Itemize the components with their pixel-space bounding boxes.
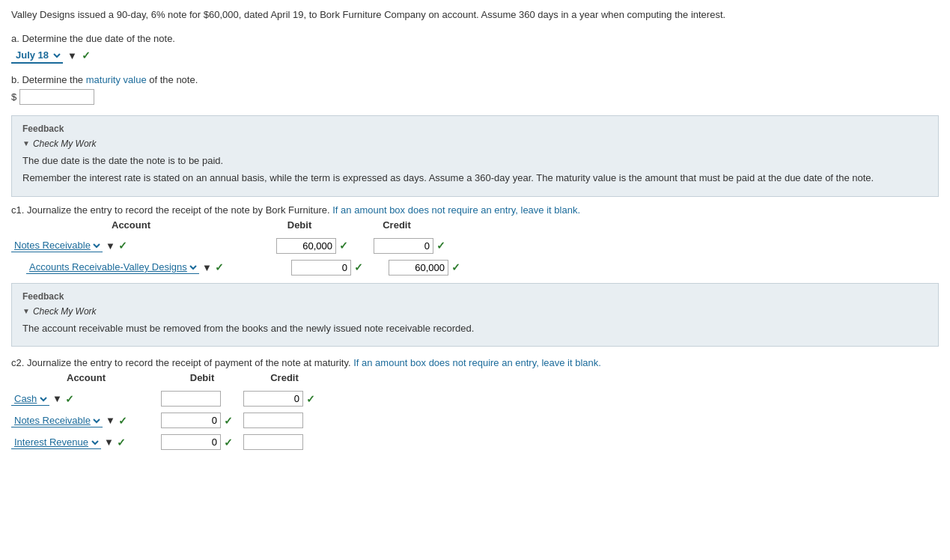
dropdown-arrow-icon: ▼ [67, 50, 77, 61]
c2-header-row: Account Debit Credit [11, 372, 939, 383]
c1-debit-input-2[interactable] [291, 260, 351, 276]
c1-header-row: Account Debit Credit [11, 219, 939, 231]
part-c2-instruction: c2. Journalize the entry to record the r… [11, 357, 939, 368]
c2-account-select-notes[interactable]: Notes Receivable [11, 414, 103, 427]
c2-debit-notes: ✓ [161, 413, 243, 428]
c2-account-notes: Notes Receivable ▼ ✓ [11, 414, 161, 427]
c1-credit-1: ✓ [348, 238, 445, 254]
c2-row-1: Cash ▼ ✓ ✓ [11, 391, 939, 407]
c2-header-credit: Credit [243, 372, 326, 383]
c2-header-debit: Debit [161, 372, 243, 383]
maturity-value-input[interactable] [19, 89, 94, 105]
part-a-label: a. Determine the due date of the note. [11, 33, 939, 44]
check-my-work-b: Check My Work [22, 139, 928, 149]
c2-credit-check-cash: ✓ [306, 393, 315, 405]
part-a-check: ✓ [82, 49, 91, 61]
c1-account-check-2: ✓ [215, 261, 224, 273]
c1-credit-check-1: ✓ [436, 240, 445, 252]
c2-account-check-cash: ✓ [65, 393, 74, 405]
c2-debit-check-interest: ✓ [224, 436, 233, 448]
part-b-label: b. Determine the maturity value of the n… [11, 74, 939, 85]
c2-debit-input-interest[interactable] [161, 434, 221, 450]
feedback-c1-title: Feedback [22, 291, 928, 302]
c2-credit-notes [243, 413, 326, 428]
feedback-b-line1: The due date is the date the note is to … [22, 153, 928, 168]
c1-header-credit: Credit [348, 219, 445, 231]
feedback-c1-box: Feedback Check My Work The account recei… [11, 283, 939, 347]
feedback-c1-line1: The account receivable must be removed f… [22, 321, 928, 336]
c1-header-account: Account [11, 219, 251, 231]
dollar-sign: $ [11, 91, 16, 103]
c2-row-3: Interest Revenue ▼ ✓ ✓ [11, 434, 939, 450]
c2-debit-cash [161, 391, 243, 407]
due-date-select[interactable]: July 18 [11, 48, 63, 64]
intro-text: Valley Designs issued a 90-day, 6% note … [11, 7, 939, 22]
c2-debit-input-cash[interactable] [161, 391, 221, 407]
c2-account-dropdown-icon-notes: ▼ [106, 415, 115, 426]
c1-credit-check-2: ✓ [451, 261, 460, 273]
c2-account-interest: Interest Revenue ▼ ✓ [11, 436, 161, 449]
c2-credit-interest [243, 434, 326, 450]
c2-credit-input-cash[interactable] [243, 391, 303, 407]
c2-account-select-interest[interactable]: Interest Revenue [11, 436, 101, 449]
feedback-b-line2: Remember the interest rate is stated on … [22, 171, 928, 186]
c2-account-dropdown-icon-cash: ▼ [52, 393, 62, 404]
c2-credit-input-interest[interactable] [243, 434, 303, 450]
c2-row-2: Notes Receivable ▼ ✓ ✓ [11, 413, 939, 428]
c2-credit-input-notes[interactable] [243, 413, 303, 428]
c1-account-select-1[interactable]: Notes Receivable [11, 239, 103, 252]
c1-account-1: Notes Receivable ▼ ✓ [11, 239, 251, 252]
c1-debit-input-1[interactable] [276, 238, 336, 254]
c2-debit-interest: ✓ [161, 434, 243, 450]
c2-account-select-cash[interactable]: Cash [11, 392, 49, 406]
c1-credit-input-1[interactable] [374, 238, 433, 254]
c1-account-dropdown-icon-1: ▼ [106, 240, 115, 252]
c1-header-debit: Debit [251, 219, 348, 231]
check-my-work-c1: Check My Work [22, 306, 928, 317]
feedback-b-title: Feedback [22, 124, 928, 134]
c1-account-dropdown-icon-2: ▼ [202, 262, 212, 273]
c1-debit-2: ✓ [266, 260, 363, 276]
c1-account-select-2[interactable]: Accounts Receivable-Valley Designs [26, 261, 199, 274]
c1-debit-check-2: ✓ [354, 261, 363, 273]
c1-debit-check-1: ✓ [339, 240, 348, 252]
c2-debit-input-notes[interactable] [161, 413, 221, 428]
c2-account-check-notes: ✓ [118, 415, 127, 427]
c1-credit-2: ✓ [363, 260, 460, 276]
c1-credit-input-2[interactable] [389, 260, 448, 276]
part-c1-instruction: c1. Journalize the entry to record the r… [11, 204, 939, 216]
c2-account-dropdown-icon-interest: ▼ [104, 436, 114, 448]
c1-debit-1: ✓ [251, 238, 348, 254]
c2-header-account: Account [11, 372, 161, 383]
c2-account-cash: Cash ▼ ✓ [11, 392, 161, 406]
feedback-b-box: Feedback Check My Work The due date is t… [11, 115, 939, 197]
c2-credit-cash: ✓ [243, 391, 326, 407]
c1-account-2: Accounts Receivable-Valley Designs ▼ ✓ [26, 261, 266, 274]
c1-row-1: Notes Receivable ▼ ✓ ✓ ✓ [11, 238, 939, 254]
c1-row-2: Accounts Receivable-Valley Designs ▼ ✓ ✓… [11, 260, 939, 276]
c2-debit-check-notes: ✓ [224, 415, 233, 427]
c1-account-check-1: ✓ [118, 240, 127, 252]
c2-account-check-interest: ✓ [117, 436, 126, 448]
